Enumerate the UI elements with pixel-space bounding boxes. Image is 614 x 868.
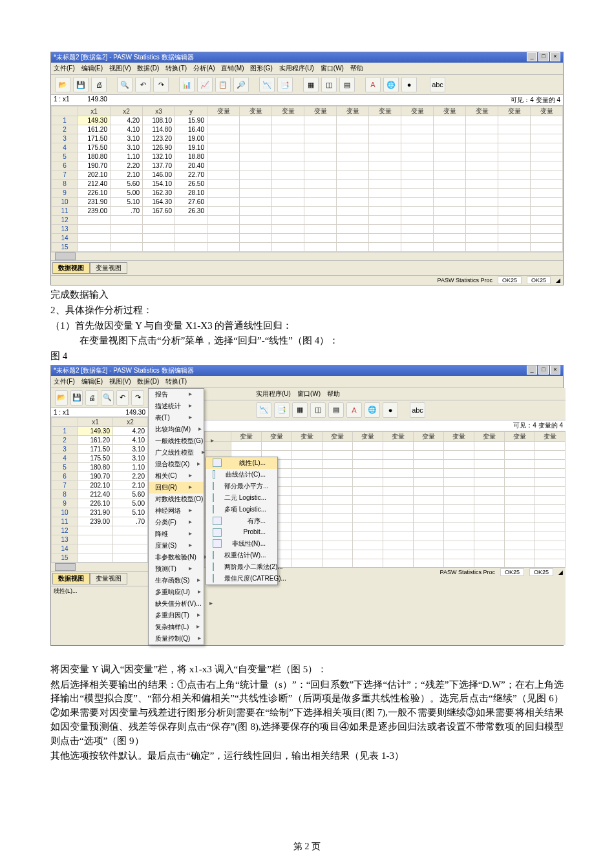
cell[interactable]: 3.10 [111, 134, 143, 143]
cell[interactable] [383, 477, 414, 486]
cell[interactable]: 26.50 [175, 180, 207, 189]
cell[interactable] [113, 544, 148, 553]
cell[interactable] [401, 170, 434, 180]
analyze-menu-item[interactable]: 生存函数(S)▸ [149, 575, 204, 586]
cell[interactable]: 2.10 [111, 170, 143, 180]
cell[interactable]: 190.70 [78, 161, 111, 170]
cell[interactable]: 1.10 [113, 462, 148, 471]
column-header[interactable]: 变量 [498, 107, 531, 116]
row-header[interactable]: 6 [52, 161, 78, 170]
cell[interactable] [444, 459, 474, 468]
cell[interactable] [466, 125, 498, 134]
cell[interactable] [535, 550, 566, 559]
cell[interactable] [175, 234, 207, 243]
cell[interactable] [111, 243, 143, 252]
cell[interactable] [369, 216, 401, 225]
cell[interactable] [292, 550, 323, 559]
analyze-menu-item[interactable]: 复杂抽样(L)▸ [149, 621, 204, 633]
cell[interactable]: 149.30 [78, 426, 113, 435]
cell[interactable]: 202.10 [78, 480, 113, 490]
cell[interactable] [474, 522, 505, 532]
cell[interactable]: 5.00 [113, 499, 148, 508]
row-header[interactable]: 3 [52, 444, 78, 453]
row-header[interactable]: 9 [52, 189, 78, 198]
cell[interactable] [383, 459, 414, 468]
cell[interactable] [401, 216, 434, 225]
column-header[interactable]: x1 [78, 107, 111, 116]
cell[interactable] [337, 216, 369, 225]
menu-item[interactable]: 数据(D) [137, 65, 159, 72]
cell[interactable] [292, 513, 323, 522]
cell[interactable] [240, 170, 272, 180]
cell[interactable] [113, 526, 148, 535]
row-header[interactable]: 10 [52, 198, 78, 207]
cell[interactable]: 20.40 [175, 161, 207, 170]
cell[interactable] [369, 152, 401, 161]
column-header[interactable]: 变量 [272, 107, 304, 116]
menu-item[interactable]: 帮助 [327, 390, 340, 397]
cell[interactable] [207, 234, 240, 243]
cell[interactable]: 226.10 [78, 499, 113, 508]
menu-item[interactable]: 转换(T) [165, 65, 187, 72]
regression-menu-item[interactable]: 二元 Logistic... [206, 492, 277, 504]
row-header[interactable]: 12 [52, 526, 78, 535]
analyze-menu[interactable]: 报告▸描述统计▸表(T)▸比较均值(M)▸一般线性模型(G)▸广义线性模型▸混合… [148, 388, 204, 645]
cell[interactable] [414, 441, 444, 450]
cell[interactable] [304, 207, 337, 216]
row-header[interactable]: 4 [52, 143, 78, 152]
cell[interactable] [498, 207, 531, 216]
cell[interactable] [505, 495, 535, 504]
close-icon[interactable]: × [550, 52, 560, 61]
cell[interactable] [531, 161, 563, 170]
cell[interactable] [383, 441, 414, 450]
cell[interactable]: 4.20 [111, 116, 143, 125]
cell[interactable] [498, 234, 531, 243]
cell[interactable] [434, 152, 466, 161]
menu-item[interactable]: 编辑(E) [81, 65, 103, 72]
cell[interactable] [401, 180, 434, 189]
cell[interactable] [304, 134, 337, 143]
cell[interactable] [262, 441, 292, 450]
find-icon[interactable]: 📋 [215, 77, 231, 92]
cell[interactable] [272, 180, 304, 189]
cell[interactable] [444, 477, 474, 486]
cell[interactable] [498, 180, 531, 189]
cell[interactable] [505, 532, 535, 541]
cell[interactable]: 2.20 [111, 161, 143, 170]
cell[interactable] [207, 207, 240, 216]
cell[interactable] [272, 143, 304, 152]
regression-menu-item[interactable]: 曲线估计(C)... [206, 469, 277, 480]
abc-icon[interactable]: abc [410, 402, 425, 418]
weight-icon[interactable]: 📑 [277, 77, 293, 92]
cell[interactable] [353, 522, 383, 532]
cell[interactable]: 162.30 [143, 189, 175, 198]
row-header[interactable]: 13 [52, 535, 78, 544]
cell[interactable] [353, 504, 383, 513]
cell[interactable] [207, 161, 240, 170]
minimize-icon[interactable]: _ [527, 52, 537, 61]
cell[interactable] [401, 134, 434, 143]
close-icon[interactable]: × [550, 366, 560, 375]
cell[interactable] [383, 522, 414, 532]
cell[interactable] [292, 532, 323, 541]
cell[interactable] [323, 450, 353, 459]
cell[interactable] [466, 189, 498, 198]
row-header[interactable]: 7 [52, 480, 78, 490]
cell[interactable]: 231.90 [78, 198, 111, 207]
cell[interactable] [505, 468, 535, 477]
cell[interactable] [474, 559, 505, 567]
cell[interactable] [337, 170, 369, 180]
cell[interactable] [337, 180, 369, 189]
cell[interactable] [535, 495, 566, 504]
cell[interactable] [353, 468, 383, 477]
cell[interactable] [444, 495, 474, 504]
cell[interactable] [474, 550, 505, 559]
cell[interactable] [369, 116, 401, 125]
cell[interactable] [474, 486, 505, 495]
cell[interactable]: 5.10 [113, 508, 148, 517]
cell[interactable] [498, 134, 531, 143]
print-icon[interactable]: 🖨 [91, 77, 107, 92]
cell[interactable] [383, 486, 414, 495]
cell[interactable]: 149.30 [78, 116, 111, 125]
cell[interactable] [434, 234, 466, 243]
